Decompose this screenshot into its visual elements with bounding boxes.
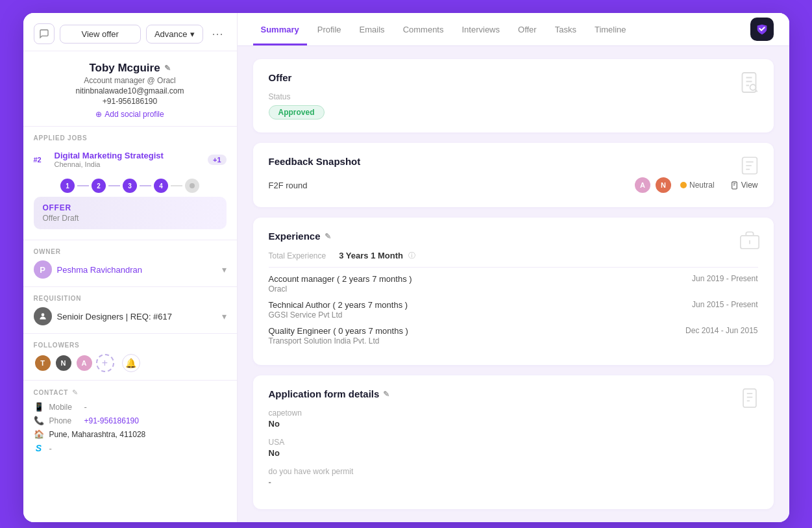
comment-icon-button[interactable] [34, 23, 55, 44]
contact-header: CONTACT ✎ [34, 388, 227, 397]
feedback-round-label: F2F round [269, 181, 626, 190]
experience-card-title: Experience ✎ [269, 231, 758, 242]
feedback-avatar-1: A [634, 176, 652, 194]
feedback-card-icon [739, 155, 761, 181]
exp-job-1: Account manager ( 2 years 7 months ) [269, 274, 412, 284]
step-connector-4 [171, 185, 182, 186]
notification-bell-icon[interactable]: 🔔 [122, 354, 140, 372]
address-icon: 🏠 [34, 429, 44, 439]
form-label-work-permit: do you have work permit [269, 467, 758, 476]
contact-phone-row: 📞 Phone +91-956186190 [34, 416, 227, 425]
requisition-label: REQUISITION [34, 295, 227, 302]
form-item-capetown: capetown No [269, 409, 758, 429]
neutral-badge: Neutral [680, 181, 715, 190]
requisition-row: Senioir Designers | REQ: #617 ▾ [34, 307, 227, 325]
offer-stage-sublabel: Offer Draft [43, 214, 217, 223]
feedback-avatars: A N [634, 176, 672, 194]
form-value-capetown: No [269, 419, 758, 429]
nav-tabs: Summary Profile Emails Comments Intervie… [238, 13, 789, 46]
tab-summary[interactable]: Summary [253, 13, 307, 45]
form-value-work-permit: - [269, 477, 758, 487]
skype-icon: S [34, 443, 44, 453]
exp-date-2: Jun 2015 - Present [692, 300, 757, 309]
feedback-row: F2F round A N Neutral View [269, 176, 758, 194]
candidate-name: Toby Mcguire ✎ [34, 62, 227, 75]
mobile-value: - [84, 402, 87, 412]
form-label-usa: USA [269, 438, 758, 447]
job-location: Chennai, India [55, 160, 203, 168]
step-5 [185, 179, 199, 193]
candidate-role: Account manager @ Oracl [34, 76, 227, 85]
exp-job-2: Technical Author ( 2 years 7 months ) [269, 300, 408, 310]
contact-edit-icon[interactable]: ✎ [72, 388, 78, 397]
followers-row: T N A + 🔔 [34, 354, 227, 372]
tab-comments[interactable]: Comments [395, 13, 452, 45]
form-label-capetown: capetown [269, 409, 758, 418]
owner-name: Peshma Ravichandran [57, 265, 217, 275]
job-title[interactable]: Digital Marketing Strategist [55, 151, 203, 160]
app-container: View offer Advance ▾ ⋯ Toby Mcguire ✎ Ac… [23, 13, 789, 522]
svg-rect-1 [742, 73, 756, 92]
tab-profile[interactable]: Profile [310, 13, 349, 45]
tab-timeline[interactable]: Timeline [587, 13, 634, 45]
contact-mobile-row: 📱 Mobile - [34, 402, 227, 412]
main-content: Summary Profile Emails Comments Intervie… [238, 13, 789, 522]
exp-date-3: Dec 2014 - Jun 2015 [685, 326, 757, 335]
offer-stage-box: OFFER Offer Draft [34, 197, 227, 229]
applied-jobs-label: APPLIED JOBS [34, 134, 227, 142]
step-connector-1 [77, 185, 89, 186]
job-number: #2 [34, 156, 49, 164]
contact-skype-row: S - [34, 443, 227, 453]
stage-stepper: 1 2 3 4 [34, 172, 227, 197]
job-badge: +1 [208, 155, 227, 165]
more-options-button[interactable]: ⋯ [208, 25, 227, 43]
owner-avatar: P [34, 260, 52, 279]
add-social-button[interactable]: ⊕ Add social profile [95, 110, 164, 119]
svg-rect-16 [743, 389, 756, 407]
tab-emails[interactable]: Emails [352, 13, 393, 45]
owner-dropdown-button[interactable]: ▾ [222, 264, 227, 275]
contact-section: CONTACT ✎ 📱 Mobile - 📞 Phone +91-9561861… [23, 381, 237, 465]
followers-label: FOLLOWERS [34, 342, 227, 349]
experience-card: Experience ✎ Total Experience 3 Years 1 … [253, 218, 774, 365]
address-value: Pune, Maharashtra, 411028 [49, 430, 146, 439]
sidebar: View offer Advance ▾ ⋯ Toby Mcguire ✎ Ac… [23, 13, 238, 522]
form-value-usa: No [269, 448, 758, 458]
tab-tasks[interactable]: Tasks [547, 13, 584, 45]
view-offer-button[interactable]: View offer [60, 25, 141, 44]
experience-card-icon [739, 229, 761, 256]
exp-job-3: Quality Engineer ( 0 years 7 months ) [269, 326, 408, 336]
candidate-edit-icon[interactable]: ✎ [164, 64, 171, 73]
step-1: 1 [60, 179, 75, 193]
offer-card: Offer Status Approved [253, 59, 774, 132]
phone-value: +91-956186190 [84, 416, 139, 425]
tab-offer[interactable]: Offer [510, 13, 545, 45]
advance-button[interactable]: Advance ▾ [146, 25, 203, 44]
form-item-work-permit: do you have work permit - [269, 467, 758, 487]
follower-avatar-1: T [34, 354, 52, 372]
exp-item-1: Account manager ( 2 years 7 months ) Ora… [269, 274, 758, 294]
application-form-edit-icon[interactable]: ✎ [383, 390, 389, 399]
view-feedback-button[interactable]: View [730, 181, 758, 190]
experience-edit-icon[interactable]: ✎ [325, 232, 331, 241]
step-3: 3 [123, 179, 137, 193]
offer-status-badge: Approved [269, 105, 325, 119]
phone-icon: 📞 [34, 416, 44, 425]
requisition-dropdown-button[interactable]: ▾ [222, 311, 227, 321]
follower-avatar-3: A [75, 354, 93, 372]
candidate-email: nitinbnalawade10@gmaail.com [34, 86, 227, 95]
step-2: 2 [92, 179, 106, 193]
tab-interviews[interactable]: Interviews [454, 13, 508, 45]
owner-label: OWNER [34, 248, 227, 255]
add-follower-button[interactable]: + [96, 354, 114, 372]
exp-item-2: Technical Author ( 2 years 7 months ) GG… [269, 300, 758, 320]
neutral-dot [680, 182, 687, 188]
exp-company-3: Transport Solution India Pvt. Ltd [269, 336, 408, 346]
phone-label: Phone [49, 416, 79, 425]
total-exp-value: 3 Years 1 Month [339, 251, 403, 260]
offer-status-label: Status [269, 92, 758, 101]
application-form-title: Application form details ✎ [269, 388, 758, 399]
offer-card-icon [737, 71, 761, 99]
requisition-name: Senioir Designers | REQ: #617 [57, 312, 217, 321]
job-item: #2 Digital Marketing Strategist Chennai,… [34, 147, 227, 172]
